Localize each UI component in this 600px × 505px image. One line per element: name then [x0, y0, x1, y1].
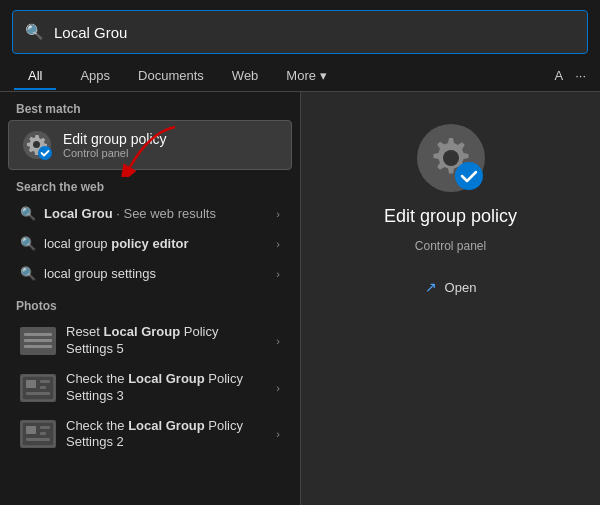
open-link-icon: ↗ [425, 279, 437, 295]
search-web-label: Search the web [0, 170, 300, 198]
photo-text-1: Reset Local Group Policy Settings 5 [66, 324, 266, 358]
photo-thumb-2 [20, 374, 56, 402]
best-match-item[interactable]: Edit group policy Control panel [8, 120, 292, 170]
photo-text-2: Check the Local Group Policy Settings 3 [66, 371, 266, 405]
photo-item-1[interactable]: Reset Local Group Policy Settings 5 › [8, 318, 292, 364]
svg-point-1 [33, 141, 40, 148]
photo-item-2[interactable]: Check the Local Group Policy Settings 3 … [8, 365, 292, 411]
web-search-text-1: Local Grou · See web results [44, 206, 268, 221]
tab-documents[interactable]: Documents [124, 62, 218, 89]
gear-check-icon [21, 129, 53, 161]
best-match-text: Edit group policy Control panel [63, 131, 279, 159]
chevron-icon-photo-2: › [276, 382, 280, 394]
svg-rect-4 [22, 376, 54, 400]
best-match-title: Edit group policy [63, 131, 279, 147]
best-match-label: Best match [0, 92, 300, 120]
chevron-icon-photo-3: › [276, 428, 280, 440]
tab-web[interactable]: Web [218, 62, 273, 89]
chevron-icon-photo-1: › [276, 335, 280, 347]
svg-rect-6 [40, 380, 50, 383]
chevron-icon-1: › [276, 208, 280, 220]
svg-point-2 [38, 146, 52, 160]
photo-text-3: Check the Local Group Policy Settings 2 [66, 418, 266, 452]
svg-point-16 [455, 162, 483, 190]
right-panel-icon [415, 122, 487, 194]
web-search-item-2[interactable]: 🔍 local group policy editor › [8, 229, 292, 258]
search-icon: 🔍 [25, 23, 44, 41]
web-search-item-1[interactable]: 🔍 Local Grou · See web results › [8, 199, 292, 228]
main-content: Best match Edit group po [0, 92, 600, 505]
chevron-icon-2: › [276, 238, 280, 250]
svg-rect-10 [26, 426, 36, 434]
search-web-icon-2: 🔍 [20, 236, 36, 251]
svg-rect-11 [40, 426, 50, 429]
right-panel-subtitle: Control panel [415, 239, 486, 253]
photo-item-3[interactable]: Check the Local Group Policy Settings 2 … [8, 412, 292, 458]
svg-rect-9 [22, 422, 54, 446]
best-match-icon-wrap [21, 129, 53, 161]
tab-more[interactable]: More ▾ [272, 62, 340, 89]
svg-point-15 [443, 150, 459, 166]
web-search-item-3[interactable]: 🔍 local group settings › [8, 259, 292, 288]
open-button[interactable]: ↗ Open [413, 273, 489, 301]
search-web-icon-1: 🔍 [20, 206, 36, 221]
right-panel: Edit group policy Control panel ↗ Open [301, 92, 600, 505]
photo-thumb-3 [20, 420, 56, 448]
svg-rect-12 [40, 432, 46, 435]
best-match-subtitle: Control panel [63, 147, 279, 159]
photos-label: Photos [0, 289, 300, 317]
tab-all[interactable]: All [14, 62, 56, 89]
ellipsis-icon[interactable]: ··· [575, 68, 586, 83]
tabs-bar: All Apps Documents Web More ▾ A ··· [0, 54, 600, 92]
right-panel-title: Edit group policy [384, 206, 517, 227]
web-search-text-2: local group policy editor [44, 236, 268, 251]
open-label: Open [445, 280, 477, 295]
search-web-icon-3: 🔍 [20, 266, 36, 281]
chevron-icon-3: › [276, 268, 280, 280]
web-search-text-3: local group settings [44, 266, 268, 281]
svg-rect-7 [40, 386, 46, 389]
photo-thumb-1 [20, 327, 56, 355]
left-panel: Best match Edit group po [0, 92, 300, 505]
font-icon: A [554, 68, 563, 83]
search-input[interactable]: Local Grou [54, 24, 575, 41]
search-bar[interactable]: 🔍 Local Grou [12, 10, 588, 54]
svg-rect-8 [26, 392, 50, 395]
tab-apps[interactable]: Apps [66, 62, 124, 89]
svg-rect-5 [26, 380, 36, 388]
svg-rect-13 [26, 438, 50, 441]
